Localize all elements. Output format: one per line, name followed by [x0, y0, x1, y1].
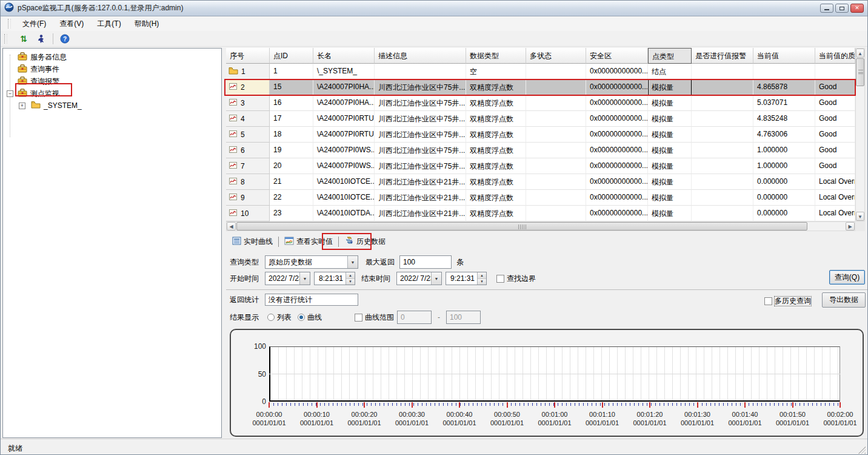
cell-data_type[interactable]: 双精度浮点数 — [466, 95, 526, 111]
cell-multi_state[interactable] — [526, 174, 586, 190]
max-return-input[interactable] — [399, 255, 452, 269]
cell-desc[interactable]: 川西北江油作业区中75井... — [375, 111, 466, 127]
cell-value_alarm[interactable] — [692, 206, 753, 221]
cell-point_type[interactable]: 模拟量 — [648, 158, 692, 174]
column-header-5[interactable]: 多状态 — [526, 48, 586, 64]
menu-item-3[interactable]: 帮助(H) — [128, 17, 166, 30]
cell-security[interactable]: 0x00000000000... — [586, 174, 648, 190]
column-header-9[interactable]: 当前值 — [753, 48, 815, 64]
cell-value_alarm[interactable] — [692, 127, 753, 143]
cell-desc[interactable]: 川西北江油作业区中21井... — [375, 190, 466, 206]
cell-security[interactable]: 0x00000000000... — [586, 127, 648, 143]
column-header-7[interactable]: 点类型 — [648, 48, 692, 64]
sidebar-item-3[interactable]: −测点监视 — [3, 87, 221, 99]
row-seq-cell[interactable]: 3 — [226, 95, 270, 111]
cell-point_id[interactable]: 20 — [270, 158, 313, 174]
cell-desc[interactable]: 川西北江油作业区中75井... — [375, 79, 466, 95]
row-seq-cell[interactable]: 10 — [226, 206, 270, 221]
table-row[interactable]: 316\A240007PI0HA...川西北江油作业区中75井...双精度浮点数… — [226, 95, 855, 111]
cell-quality[interactable]: Good — [815, 95, 855, 111]
multi-history-checkbox[interactable] — [764, 297, 772, 305]
cell-point_id[interactable]: 21 — [270, 174, 313, 190]
column-header-10[interactable]: 当前值的质 — [815, 48, 855, 64]
cell-point_type[interactable]: 模拟量 — [648, 111, 692, 127]
range-max-input[interactable] — [446, 311, 481, 324]
return-stats-input[interactable] — [265, 294, 358, 306]
cell-point_type[interactable]: 模拟量 — [648, 95, 692, 111]
cell-security[interactable]: 0x00000000000... — [586, 190, 648, 206]
cell-multi_state[interactable] — [526, 143, 586, 158]
cell-security[interactable]: 0x00000000000... — [586, 206, 648, 221]
cell-current_value[interactable] — [753, 64, 815, 79]
scroll-down-icon[interactable]: ▼ — [856, 212, 864, 221]
cell-multi_state[interactable] — [526, 111, 586, 127]
cell-current_value[interactable]: 1.000000 — [753, 158, 815, 174]
cell-data_type[interactable]: 双精度浮点数 — [466, 79, 526, 95]
resize-grip[interactable] — [858, 447, 866, 454]
table-row[interactable]: 720\A240007PI0WS...川西北江油作业区中75井...双精度浮点数… — [226, 158, 855, 174]
cell-long_name[interactable]: \A240010IOTCE... — [313, 174, 375, 190]
horizontal-scroll-thumb[interactable] — [236, 222, 807, 231]
cell-data_type[interactable]: 双精度浮点数 — [466, 111, 526, 127]
tab-history-data[interactable]: 历史数据 — [339, 234, 390, 249]
scroll-left-icon[interactable]: ◀ — [227, 222, 236, 231]
spinner-up-icon[interactable]: ▲ — [478, 272, 486, 279]
cell-current_value[interactable]: 4.763006 — [753, 127, 815, 143]
table-row[interactable]: 11\_SYSTEM_空0x00000000000...结点 — [226, 64, 855, 79]
refresh-icon[interactable]: ⇅ — [18, 33, 30, 45]
row-seq-cell[interactable]: 8 — [226, 174, 270, 190]
cell-value_alarm[interactable] — [692, 64, 753, 79]
end-date-picker[interactable]: 2022/ 7/23 ▼ — [396, 272, 442, 285]
cell-quality[interactable]: Local Overrid — [815, 174, 855, 190]
cell-long_name[interactable]: \A240010IOTDA... — [313, 206, 375, 221]
column-header-3[interactable]: 描述信息 — [375, 48, 466, 64]
cell-quality[interactable]: Good — [815, 111, 855, 127]
table-row[interactable]: 215\A240007PI0HA...川西北江油作业区中75井...双精度浮点数… — [226, 79, 855, 95]
cell-value_alarm[interactable] — [692, 190, 753, 206]
cell-security[interactable]: 0x00000000000... — [586, 158, 648, 174]
spinner-down-icon[interactable]: ▼ — [478, 279, 486, 285]
cell-current_value[interactable]: 4.865878 — [753, 79, 815, 95]
cell-security[interactable]: 0x00000000000... — [586, 64, 648, 79]
cell-desc[interactable]: 川西北江油作业区中75井... — [375, 143, 466, 158]
cell-point_type[interactable]: 模拟量 — [648, 174, 692, 190]
sidebar-item-2[interactable]: 查询报警 — [3, 75, 221, 87]
monitor-user-icon[interactable] — [35, 33, 47, 45]
cell-point_id[interactable]: 22 — [270, 190, 313, 206]
cell-point_id[interactable]: 19 — [270, 143, 313, 158]
curve-radio[interactable] — [298, 314, 305, 321]
cell-data_type[interactable]: 空 — [466, 64, 526, 79]
cell-quality[interactable] — [815, 64, 855, 79]
cell-long_name[interactable]: \A240007PI0WS... — [313, 143, 375, 158]
table-vertical-scrollbar[interactable]: ▲ ▼ — [855, 48, 865, 221]
cell-point_id[interactable]: 16 — [270, 95, 313, 111]
row-seq-cell[interactable]: 2 — [226, 79, 270, 95]
tab-realtime-value[interactable]: 查看实时值 — [279, 234, 338, 249]
row-seq-cell[interactable]: 1 — [226, 64, 270, 79]
cell-desc[interactable]: 川西北江油作业区中21井... — [375, 174, 466, 190]
start-time-spinner[interactable]: 8:21:31 ▲▼ — [314, 272, 355, 285]
spinner-down-icon[interactable]: ▼ — [346, 279, 355, 285]
table-row[interactable]: 518\A240007PI0RTU...川西北江油作业区中75井...双精度浮点… — [226, 127, 855, 143]
cell-security[interactable]: 0x00000000000... — [586, 95, 648, 111]
cell-quality[interactable]: Good — [815, 158, 855, 174]
table-row[interactable]: 922\A240010IOTCE...川西北江油作业区中21井...双精度浮点数… — [226, 190, 855, 206]
cell-point_type[interactable]: 模拟量 — [648, 79, 692, 95]
column-header-6[interactable]: 安全区 — [586, 48, 648, 64]
start-date-picker[interactable]: 2022/ 7/23 ▼ — [265, 272, 310, 285]
collapse-icon[interactable]: − — [7, 90, 13, 97]
cell-current_value[interactable]: 1.000000 — [753, 143, 815, 158]
cell-point_id[interactable]: 23 — [270, 206, 313, 221]
cell-desc[interactable]: 川西北江油作业区中75井... — [375, 95, 466, 111]
cell-long_name[interactable]: \A240007PI0RTU... — [313, 111, 375, 127]
cell-point_type[interactable]: 模拟量 — [648, 143, 692, 158]
cell-point_id[interactable]: 15 — [270, 79, 313, 95]
cell-long_name[interactable]: \A240007PI0HA... — [313, 95, 375, 111]
curve-range-checkbox[interactable] — [355, 314, 362, 322]
list-radio[interactable] — [267, 314, 275, 321]
cell-value_alarm[interactable] — [692, 174, 753, 190]
close-button[interactable]: ✕ — [850, 4, 864, 13]
cell-current_value[interactable]: 0.000000 — [753, 206, 815, 221]
cell-security[interactable]: 0x00000000000... — [586, 111, 648, 127]
end-time-spinner[interactable]: 9:21:31 ▲▼ — [446, 272, 487, 285]
